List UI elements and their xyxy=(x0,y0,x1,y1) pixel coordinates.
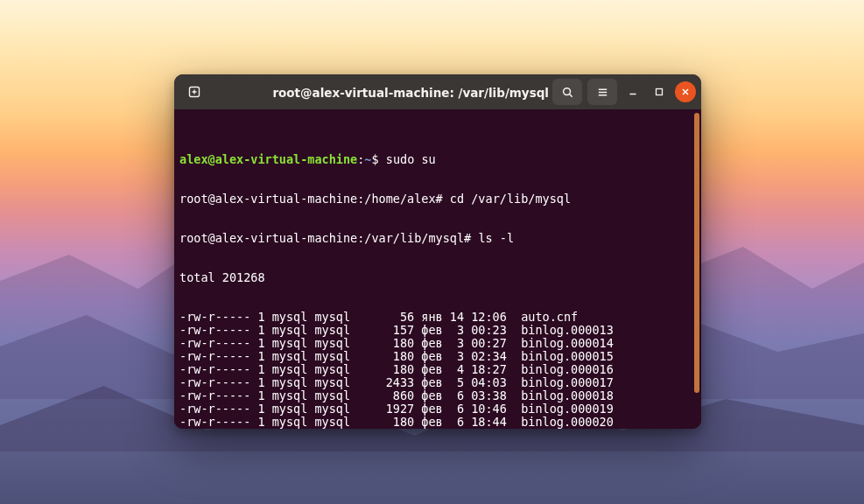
scrollbar[interactable] xyxy=(694,113,699,393)
maximize-button[interactable] xyxy=(649,81,670,102)
search-icon xyxy=(561,86,574,99)
svg-line-4 xyxy=(569,94,572,96)
close-button[interactable] xyxy=(675,81,696,102)
close-icon xyxy=(681,88,690,96)
titlebar[interactable]: root@alex-virtual-machine: /var/lib/mysq… xyxy=(174,74,701,109)
minimize-icon xyxy=(629,88,637,96)
prompt-line: alex@alex-virtual-machine:~$ sudo su xyxy=(179,153,694,166)
terminal-body[interactable]: alex@alex-virtual-machine:~$ sudo su roo… xyxy=(174,109,701,429)
svg-point-3 xyxy=(563,88,570,94)
menu-button[interactable] xyxy=(587,79,617,105)
desktop-background: root@alex-virtual-machine: /var/lib/mysq… xyxy=(0,0,864,504)
minimize-button[interactable] xyxy=(622,81,643,102)
listing-row: -rw-r----- 1 mysql mysql 180 фев 3 02:34… xyxy=(179,350,694,363)
hamburger-icon xyxy=(596,86,609,99)
svg-rect-9 xyxy=(657,89,663,95)
total-line: total 201268 xyxy=(179,271,694,284)
file-listing: -rw-r----- 1 mysql mysql 56 янв 14 12:06… xyxy=(179,311,694,429)
listing-row: -rw-r----- 1 mysql mysql 180 фев 3 00:27… xyxy=(179,337,694,350)
listing-row: -rw-r----- 1 mysql mysql 2433 фев 5 04:0… xyxy=(179,376,694,389)
prompt-line: root@alex-virtual-machine:/var/lib/mysql… xyxy=(179,232,694,245)
new-tab-icon xyxy=(187,85,201,99)
listing-row: -rw-r----- 1 mysql mysql 860 фев 6 03:38… xyxy=(179,389,694,402)
listing-row: -rw-r----- 1 mysql mysql 1927 фев 6 10:4… xyxy=(179,402,694,416)
terminal-window: root@alex-virtual-machine: /var/lib/mysq… xyxy=(174,74,701,429)
listing-row: -rw-r----- 1 mysql mysql 180 фев 4 18:27… xyxy=(179,363,694,376)
listing-row: -rw-r----- 1 mysql mysql 157 фев 3 00:23… xyxy=(179,324,694,337)
listing-row: -rw-r----- 1 mysql mysql 180 фев 6 18:44… xyxy=(179,416,694,429)
search-button[interactable] xyxy=(552,79,582,105)
new-tab-button[interactable] xyxy=(179,79,209,105)
maximize-icon xyxy=(655,88,664,96)
listing-row: -rw-r----- 1 mysql mysql 56 янв 14 12:06… xyxy=(179,311,694,324)
window-title: root@alex-virtual-machine: /var/lib/mysq… xyxy=(272,86,549,100)
prompt-line: root@alex-virtual-machine:/home/alex# cd… xyxy=(179,192,694,206)
